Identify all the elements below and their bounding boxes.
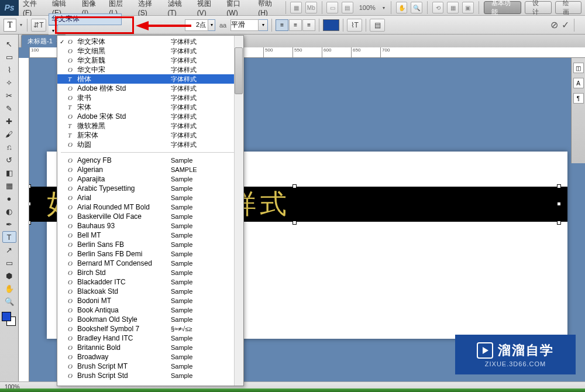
screen-mode-icon[interactable]: ▣ <box>462 2 474 13</box>
tool-preset-button[interactable]: T <box>4 19 16 32</box>
font-list-item[interactable]: OBroadwaySample <box>57 352 243 362</box>
font-list-item[interactable]: OArialSample <box>57 193 243 202</box>
menu-item[interactable]: 窗口(W) <box>222 0 254 16</box>
dodge-tool[interactable]: ◐ <box>2 205 16 217</box>
font-list-item[interactable]: O华文中宋字体样式 <box>57 65 243 74</box>
font-list-item[interactable]: OBirch StdSample <box>57 268 243 277</box>
font-list-item[interactable]: OBlackoak StdSample <box>57 287 243 296</box>
font-list-item[interactable]: ✓O华文宋体字体样式 <box>57 37 243 46</box>
menu-item[interactable]: 选择(S) <box>134 0 164 16</box>
font-list-item[interactable]: OAdobe 宋体 Std字体样式 <box>57 112 243 121</box>
transform-handle[interactable] <box>557 184 561 188</box>
workspace-design-button[interactable]: 设计 <box>525 1 551 14</box>
align-right-button[interactable]: ≡ <box>302 19 315 31</box>
antialias-dropdown-button[interactable]: ▾ <box>259 19 268 31</box>
view-doc-icon[interactable]: ▤ <box>342 2 353 13</box>
lasso-tool[interactable]: ⌇ <box>2 64 16 75</box>
brush-tool[interactable]: 🖌 <box>2 128 16 140</box>
workspace-paint-button[interactable]: 绘画 <box>555 1 581 14</box>
transform-handle[interactable] <box>29 221 31 225</box>
menu-item[interactable]: 视图(V) <box>193 0 223 16</box>
font-list-item[interactable]: OBauhaus 93Sample <box>57 221 243 231</box>
transform-handle[interactable] <box>29 202 31 206</box>
font-list-item[interactable]: OBradley Hand ITCSample <box>57 333 243 343</box>
font-list-item[interactable]: OBerlin Sans FBSample <box>57 240 243 249</box>
transform-handle[interactable] <box>292 221 297 225</box>
font-list-item[interactable]: T楷体字体样式 <box>57 74 243 84</box>
font-list-item[interactable]: OBookman Old StyleSample <box>57 315 243 324</box>
antialias-combo[interactable]: ▾ <box>230 19 268 31</box>
panel-icon[interactable]: ◫ <box>573 63 584 73</box>
menu-item[interactable]: 文件(F) <box>19 0 48 16</box>
zoom-icon[interactable]: 🔍 <box>411 2 422 13</box>
color-swatches[interactable] <box>2 312 17 327</box>
menu-item[interactable]: 帮助(H) <box>254 0 284 16</box>
healing-tool[interactable]: ✚ <box>2 115 16 127</box>
align-left-button[interactable]: ≡ <box>276 19 288 31</box>
gradient-tool[interactable]: ▦ <box>2 180 16 191</box>
font-list-item[interactable]: OAgency FBSample <box>57 156 243 165</box>
font-list-item[interactable]: OBrush Script MTSample <box>57 362 243 371</box>
font-list-item[interactable]: OBook AntiquaSample <box>57 305 243 315</box>
font-list-item[interactable]: OBookshelf Symbol 7§≈≠√≤≥ <box>57 324 243 333</box>
font-family-combo[interactable]: ▾ <box>49 13 122 37</box>
commit-icon[interactable]: ✓ <box>562 19 569 30</box>
font-list-item[interactable]: O华文细黑字体样式 <box>57 46 243 56</box>
launch-mb-icon[interactable]: Mb <box>305 2 317 13</box>
type-tool[interactable]: T <box>2 231 16 243</box>
font-list-item[interactable]: T微软雅黑字体样式 <box>57 121 243 130</box>
rotate-view-icon[interactable]: ⟲ <box>432 2 444 13</box>
menu-item[interactable]: 滤镜(T) <box>164 0 193 16</box>
warp-text-button[interactable]: ⌇T <box>347 19 362 32</box>
arrange-icon[interactable]: ▦ <box>447 2 459 13</box>
font-size-combo[interactable]: ▾ <box>185 19 215 31</box>
stamp-tool[interactable]: ⎌ <box>2 141 16 153</box>
font-family-input[interactable] <box>49 13 122 25</box>
font-list-item[interactable]: OAparajitaSample <box>57 174 243 184</box>
move-tool[interactable]: ↖ <box>2 38 16 50</box>
font-list-item[interactable]: OArabic TypesettingSample <box>57 184 243 193</box>
character-panel-button[interactable]: ▤ <box>370 19 385 32</box>
font-list-item[interactable]: OBritannic BoldSample <box>57 343 243 352</box>
font-list-item[interactable]: OBodoni MTSample <box>57 296 243 305</box>
foreground-color[interactable] <box>2 312 11 321</box>
transform-handle[interactable] <box>292 184 297 188</box>
zoom-tool[interactable]: 🔍 <box>2 295 16 307</box>
font-list-item[interactable]: O幼圆字体样式 <box>57 140 243 149</box>
wand-tool[interactable]: ✧ <box>2 77 16 88</box>
panel-icon[interactable]: ¶ <box>573 93 584 104</box>
text-color-swatch[interactable] <box>323 19 339 31</box>
font-dropdown-list[interactable]: ✓O华文宋体字体样式O华文细黑字体样式O华文新魏字体样式O华文中宋字体样式T楷体… <box>57 35 244 386</box>
marquee-tool[interactable]: ▭ <box>2 51 16 63</box>
font-list-item[interactable]: OBernard MT CondensedSample <box>57 259 243 268</box>
font-list-item[interactable]: O华文新魏字体样式 <box>57 56 243 65</box>
scrollbar[interactable] <box>234 36 243 386</box>
hand-icon[interactable]: ✋ <box>396 2 408 13</box>
history-brush-tool[interactable]: ↺ <box>2 154 16 166</box>
crop-tool[interactable]: ✂ <box>2 90 16 101</box>
blur-tool[interactable]: ● <box>2 192 16 204</box>
align-center-button[interactable]: ≡ <box>289 19 302 31</box>
font-list-item[interactable]: OBell MTSample <box>57 231 243 240</box>
antialias-input[interactable] <box>230 19 259 31</box>
view-extras-icon[interactable]: ▭ <box>326 2 338 13</box>
chevron-down-icon[interactable]: ▾ <box>19 22 23 27</box>
font-list-item[interactable]: OArial Rounded MT BoldSample <box>57 202 243 212</box>
eyedropper-tool[interactable]: ✎ <box>2 102 16 114</box>
cancel-icon[interactable]: ⊘ <box>550 19 558 30</box>
workspace-essentials-button[interactable]: 基本功能 <box>484 1 522 14</box>
font-list-item[interactable]: O隶书字体样式 <box>57 93 243 102</box>
font-size-input[interactable] <box>185 19 208 31</box>
path-tool[interactable]: ↗ <box>2 244 16 256</box>
transform-handle[interactable] <box>557 221 561 225</box>
font-list-item[interactable]: OBlackadder ITCSample <box>57 277 243 287</box>
pen-tool[interactable]: ✒ <box>2 218 16 230</box>
transform-handle[interactable] <box>29 184 31 188</box>
font-list-item[interactable]: T宋体字体样式 <box>57 102 243 112</box>
font-size-dropdown-button[interactable]: ▾ <box>208 19 215 31</box>
font-list-item[interactable]: T新宋体字体样式 <box>57 130 243 140</box>
3d-tool[interactable]: ⬢ <box>2 270 16 281</box>
font-list-item[interactable]: OBrush Script StdSample <box>57 371 243 380</box>
font-list-item[interactable]: OBaskerville Old FaceSample <box>57 212 243 221</box>
font-list-item[interactable]: OAdobe 楷体 Std字体样式 <box>57 84 243 93</box>
